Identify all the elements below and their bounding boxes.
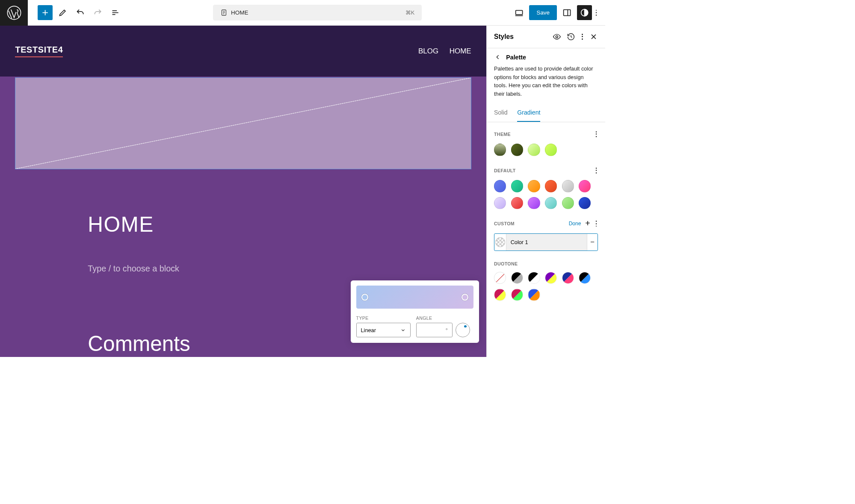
tab-solid[interactable]: Solid <box>494 106 507 122</box>
default-gradient-swatch[interactable] <box>528 180 540 192</box>
default-gradient-swatch[interactable] <box>562 197 574 209</box>
add-custom-button[interactable]: + <box>585 219 590 228</box>
default-gradient-swatch[interactable] <box>494 180 506 192</box>
angle-dial[interactable] <box>456 323 470 337</box>
revisions-icon[interactable] <box>567 32 575 41</box>
theme-gradient-swatch[interactable] <box>528 144 540 156</box>
document-selector-wrap: HOME ⌘K <box>123 5 512 21</box>
duotone-swatch[interactable] <box>562 272 574 284</box>
site-header: TESTSITE4 BLOG HOME <box>0 26 486 77</box>
gradient-type-select[interactable]: Linear <box>356 323 411 337</box>
desktop-icon <box>515 8 524 17</box>
theme-gradient-swatch[interactable] <box>545 144 557 156</box>
custom-label: CUSTOM <box>494 221 515 226</box>
right-tool-group: Save <box>512 5 605 20</box>
shortcut-hint: ⌘K <box>405 9 415 16</box>
contrast-icon <box>580 8 589 17</box>
site-title[interactable]: TESTSITE4 <box>15 45 63 57</box>
duotone-swatch[interactable] <box>494 289 506 301</box>
custom-color-swatch[interactable] <box>494 234 506 251</box>
palette-tabs: Solid Gradient <box>487 106 605 122</box>
panel-title: Palette <box>506 54 526 61</box>
duotone-swatch[interactable] <box>528 272 540 284</box>
default-gradient-swatch[interactable] <box>511 180 523 192</box>
default-gradient-swatch[interactable] <box>579 180 591 192</box>
angle-label: ANGLE <box>416 315 470 321</box>
view-button[interactable] <box>512 5 527 20</box>
theme-section: THEME <box>487 122 605 159</box>
custom-more-button[interactable] <box>595 219 598 228</box>
site-nav: BLOG HOME <box>418 47 471 56</box>
block-placeholder[interactable]: Type / to choose a block <box>88 264 398 274</box>
duotone-swatch[interactable] <box>545 272 557 284</box>
settings-sidebar-button[interactable] <box>559 5 574 20</box>
wordpress-logo[interactable] <box>0 0 28 26</box>
document-selector[interactable]: HOME ⌘K <box>213 5 422 21</box>
nav-item-blog[interactable]: BLOG <box>418 47 438 56</box>
svg-point-5 <box>556 35 558 38</box>
theme-more-button[interactable] <box>595 130 598 139</box>
panel-back-nav[interactable]: Palette <box>487 48 605 65</box>
list-view-button[interactable] <box>108 5 123 20</box>
default-gradient-swatch[interactable] <box>579 197 591 209</box>
default-gradient-swatch[interactable] <box>528 197 540 209</box>
default-more-button[interactable] <box>595 166 598 175</box>
redo-button[interactable] <box>90 5 105 20</box>
theme-gradient-swatch[interactable] <box>511 144 523 156</box>
page-icon <box>220 9 228 16</box>
duotone-swatch[interactable] <box>511 289 523 301</box>
svg-rect-2 <box>516 10 523 15</box>
more-options-button[interactable] <box>595 9 598 17</box>
redo-icon <box>93 8 102 17</box>
add-block-button[interactable] <box>38 5 53 20</box>
done-button[interactable]: Done <box>569 221 581 227</box>
default-gradient-swatch[interactable] <box>494 197 506 209</box>
duotone-swatch[interactable] <box>494 272 506 284</box>
type-label: TYPE <box>356 315 411 321</box>
styles-button[interactable] <box>577 5 592 20</box>
duotone-section: DUOTONE <box>487 253 605 304</box>
document-title: HOME <box>231 9 248 16</box>
default-gradient-swatch[interactable] <box>545 180 557 192</box>
save-button[interactable]: Save <box>529 5 557 20</box>
default-gradient-swatch[interactable] <box>511 197 523 209</box>
minus-icon <box>589 239 595 245</box>
svg-rect-3 <box>563 10 570 16</box>
default-gradient-swatch[interactable] <box>562 180 574 192</box>
cover-block-selected[interactable] <box>15 77 471 170</box>
gradient-type-value: Linear <box>361 327 376 333</box>
custom-section: CUSTOM Done + <box>487 212 605 253</box>
default-label: DEFAULT <box>494 168 516 173</box>
gradient-stop-end[interactable] <box>462 294 468 301</box>
list-icon <box>111 8 120 17</box>
page-title[interactable]: HOME <box>88 212 398 237</box>
gradient-stop-start[interactable] <box>361 294 368 301</box>
angle-input[interactable]: ° <box>416 323 453 337</box>
undo-button[interactable] <box>73 5 88 20</box>
theme-label: THEME <box>494 132 511 137</box>
custom-color-row <box>494 233 598 251</box>
eye-icon[interactable] <box>553 32 561 41</box>
default-gradient-swatch[interactable] <box>545 197 557 209</box>
edit-tool-button[interactable] <box>55 5 70 20</box>
duotone-swatch[interactable] <box>528 289 540 301</box>
duotone-swatch[interactable] <box>579 272 591 284</box>
pencil-icon <box>58 8 67 17</box>
tab-gradient[interactable]: Gradient <box>517 106 540 122</box>
panel-description: Palettes are used to provide default col… <box>487 65 605 106</box>
custom-color-name-input[interactable] <box>506 234 587 251</box>
plus-icon <box>41 8 50 17</box>
duotone-swatch[interactable] <box>511 272 523 284</box>
gradient-preview-bar[interactable] <box>356 286 474 309</box>
undo-icon <box>76 8 85 17</box>
theme-gradient-swatch[interactable] <box>494 144 506 156</box>
editor-canvas[interactable]: TESTSITE4 BLOG HOME HOME Type / to choos… <box>0 26 486 357</box>
remove-custom-color-button[interactable] <box>587 234 598 251</box>
chevron-left-icon <box>494 53 501 61</box>
chevron-down-icon <box>400 327 406 333</box>
wordpress-icon <box>7 6 21 20</box>
styles-more-button[interactable] <box>580 32 584 41</box>
styles-sidebar: Styles Palette Palettes are used to prov… <box>486 26 605 357</box>
close-icon[interactable] <box>589 32 598 41</box>
nav-item-home[interactable]: HOME <box>450 47 471 56</box>
